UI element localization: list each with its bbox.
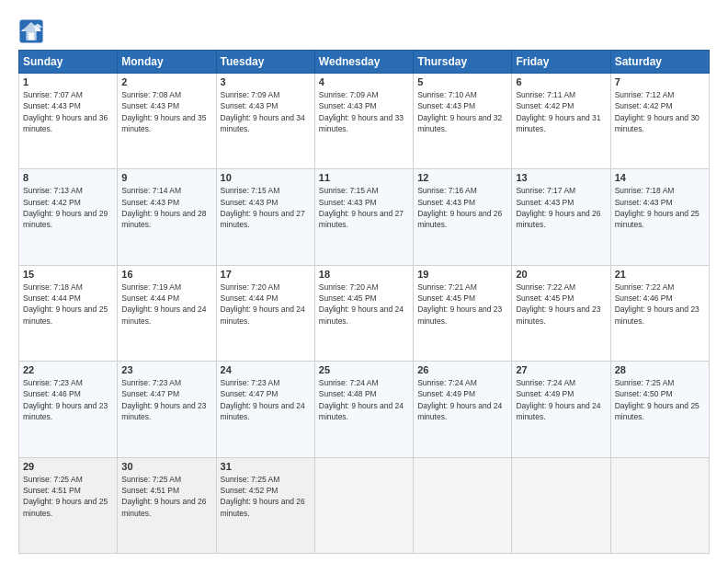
calendar-cell bbox=[610, 457, 709, 553]
day-number: 31 bbox=[221, 461, 311, 472]
day-number: 6 bbox=[516, 76, 606, 87]
day-number: 7 bbox=[615, 76, 705, 87]
day-info: Sunrise: 7:15 AM Sunset: 4:43 PM Dayligh… bbox=[319, 185, 409, 230]
calendar-cell bbox=[314, 457, 413, 553]
day-header-monday: Monday bbox=[118, 51, 216, 74]
day-number: 9 bbox=[121, 172, 211, 183]
calendar-table: SundayMondayTuesdayWednesdayThursdayFrid… bbox=[18, 50, 710, 554]
day-number: 26 bbox=[417, 364, 507, 375]
day-info: Sunrise: 7:20 AM Sunset: 4:45 PM Dayligh… bbox=[319, 282, 409, 327]
calendar-cell: 9 Sunrise: 7:14 AM Sunset: 4:43 PM Dayli… bbox=[118, 169, 216, 265]
calendar-cell: 25 Sunrise: 7:24 AM Sunset: 4:48 PM Dayl… bbox=[314, 362, 413, 457]
calendar-week-row: 22 Sunrise: 7:23 AM Sunset: 4:46 PM Dayl… bbox=[19, 362, 710, 457]
day-number: 27 bbox=[516, 364, 606, 375]
day-number: 4 bbox=[319, 76, 409, 87]
day-info: Sunrise: 7:23 AM Sunset: 4:46 PM Dayligh… bbox=[23, 377, 113, 422]
day-info: Sunrise: 7:09 AM Sunset: 4:43 PM Dayligh… bbox=[221, 89, 311, 134]
calendar-cell: 17 Sunrise: 7:20 AM Sunset: 4:44 PM Dayl… bbox=[216, 265, 314, 361]
day-number: 5 bbox=[417, 76, 507, 87]
day-number: 25 bbox=[319, 364, 409, 375]
day-header-sunday: Sunday bbox=[19, 51, 118, 74]
day-info: Sunrise: 7:10 AM Sunset: 4:43 PM Dayligh… bbox=[417, 89, 507, 134]
day-info: Sunrise: 7:22 AM Sunset: 4:45 PM Dayligh… bbox=[516, 282, 606, 327]
day-number: 16 bbox=[121, 269, 211, 280]
calendar-cell: 27 Sunrise: 7:24 AM Sunset: 4:49 PM Dayl… bbox=[512, 362, 610, 457]
day-info: Sunrise: 7:25 AM Sunset: 4:52 PM Dayligh… bbox=[221, 474, 311, 519]
day-number: 19 bbox=[417, 269, 507, 280]
calendar-cell: 12 Sunrise: 7:16 AM Sunset: 4:43 PM Dayl… bbox=[414, 169, 512, 265]
day-info: Sunrise: 7:14 AM Sunset: 4:43 PM Dayligh… bbox=[121, 185, 211, 230]
day-header-friday: Friday bbox=[512, 51, 610, 74]
day-number: 10 bbox=[221, 172, 311, 183]
day-info: Sunrise: 7:23 AM Sunset: 4:47 PM Dayligh… bbox=[121, 377, 211, 422]
calendar-cell: 6 Sunrise: 7:11 AM Sunset: 4:42 PM Dayli… bbox=[512, 74, 610, 169]
calendar-cell: 24 Sunrise: 7:23 AM Sunset: 4:47 PM Dayl… bbox=[216, 362, 314, 457]
header bbox=[18, 15, 710, 44]
calendar-cell: 31 Sunrise: 7:25 AM Sunset: 4:52 PM Dayl… bbox=[216, 457, 314, 553]
calendar-cell: 7 Sunrise: 7:12 AM Sunset: 4:42 PM Dayli… bbox=[610, 74, 709, 169]
day-header-tuesday: Tuesday bbox=[216, 51, 314, 74]
day-number: 29 bbox=[23, 461, 113, 472]
day-info: Sunrise: 7:16 AM Sunset: 4:43 PM Dayligh… bbox=[417, 185, 507, 230]
day-info: Sunrise: 7:24 AM Sunset: 4:48 PM Dayligh… bbox=[319, 377, 409, 422]
day-info: Sunrise: 7:21 AM Sunset: 4:45 PM Dayligh… bbox=[417, 282, 507, 327]
calendar-cell: 29 Sunrise: 7:25 AM Sunset: 4:51 PM Dayl… bbox=[19, 457, 118, 553]
day-number: 15 bbox=[23, 269, 113, 280]
day-info: Sunrise: 7:17 AM Sunset: 4:43 PM Dayligh… bbox=[516, 185, 606, 230]
day-number: 28 bbox=[615, 364, 705, 375]
calendar-week-row: 29 Sunrise: 7:25 AM Sunset: 4:51 PM Dayl… bbox=[19, 457, 710, 553]
day-info: Sunrise: 7:07 AM Sunset: 4:43 PM Dayligh… bbox=[23, 89, 113, 134]
day-info: Sunrise: 7:24 AM Sunset: 4:49 PM Dayligh… bbox=[516, 377, 606, 422]
calendar-cell: 3 Sunrise: 7:09 AM Sunset: 4:43 PM Dayli… bbox=[216, 74, 314, 169]
calendar-cell: 14 Sunrise: 7:18 AM Sunset: 4:43 PM Dayl… bbox=[610, 169, 709, 265]
day-number: 2 bbox=[121, 76, 211, 87]
day-header-saturday: Saturday bbox=[610, 51, 709, 74]
day-number: 11 bbox=[319, 172, 409, 183]
calendar-cell: 10 Sunrise: 7:15 AM Sunset: 4:43 PM Dayl… bbox=[216, 169, 314, 265]
calendar-cell: 1 Sunrise: 7:07 AM Sunset: 4:43 PM Dayli… bbox=[19, 74, 118, 169]
day-info: Sunrise: 7:12 AM Sunset: 4:42 PM Dayligh… bbox=[615, 89, 705, 134]
day-info: Sunrise: 7:25 AM Sunset: 4:50 PM Dayligh… bbox=[615, 377, 705, 422]
calendar-week-row: 1 Sunrise: 7:07 AM Sunset: 4:43 PM Dayli… bbox=[19, 74, 710, 169]
calendar-cell: 4 Sunrise: 7:09 AM Sunset: 4:43 PM Dayli… bbox=[314, 74, 413, 169]
calendar-cell: 13 Sunrise: 7:17 AM Sunset: 4:43 PM Dayl… bbox=[512, 169, 610, 265]
day-number: 17 bbox=[221, 269, 311, 280]
calendar-cell: 8 Sunrise: 7:13 AM Sunset: 4:42 PM Dayli… bbox=[19, 169, 118, 265]
day-number: 8 bbox=[23, 172, 113, 183]
calendar-cell: 15 Sunrise: 7:18 AM Sunset: 4:44 PM Dayl… bbox=[19, 265, 118, 361]
day-number: 3 bbox=[221, 76, 311, 87]
day-number: 23 bbox=[121, 364, 211, 375]
calendar-cell: 18 Sunrise: 7:20 AM Sunset: 4:45 PM Dayl… bbox=[314, 265, 413, 361]
day-number: 18 bbox=[319, 269, 409, 280]
calendar-cell: 11 Sunrise: 7:15 AM Sunset: 4:43 PM Dayl… bbox=[314, 169, 413, 265]
day-number: 20 bbox=[516, 269, 606, 280]
day-info: Sunrise: 7:11 AM Sunset: 4:42 PM Dayligh… bbox=[516, 89, 606, 134]
day-number: 30 bbox=[121, 461, 211, 472]
calendar-cell: 5 Sunrise: 7:10 AM Sunset: 4:43 PM Dayli… bbox=[414, 74, 512, 169]
day-header-wednesday: Wednesday bbox=[314, 51, 413, 74]
calendar-cell: 19 Sunrise: 7:21 AM Sunset: 4:45 PM Dayl… bbox=[414, 265, 512, 361]
calendar-header-row: SundayMondayTuesdayWednesdayThursdayFrid… bbox=[19, 51, 710, 74]
calendar-cell: 20 Sunrise: 7:22 AM Sunset: 4:45 PM Dayl… bbox=[512, 265, 610, 361]
calendar-cell: 26 Sunrise: 7:24 AM Sunset: 4:49 PM Dayl… bbox=[414, 362, 512, 457]
calendar-week-row: 8 Sunrise: 7:13 AM Sunset: 4:42 PM Dayli… bbox=[19, 169, 710, 265]
page: SundayMondayTuesdayWednesdayThursdayFrid… bbox=[0, 0, 728, 563]
calendar-cell: 16 Sunrise: 7:19 AM Sunset: 4:44 PM Dayl… bbox=[118, 265, 216, 361]
logo bbox=[18, 18, 48, 44]
day-info: Sunrise: 7:22 AM Sunset: 4:46 PM Dayligh… bbox=[615, 282, 705, 327]
day-info: Sunrise: 7:18 AM Sunset: 4:44 PM Dayligh… bbox=[23, 282, 113, 327]
day-number: 13 bbox=[516, 172, 606, 183]
calendar-week-row: 15 Sunrise: 7:18 AM Sunset: 4:44 PM Dayl… bbox=[19, 265, 710, 361]
calendar-cell: 22 Sunrise: 7:23 AM Sunset: 4:46 PM Dayl… bbox=[19, 362, 118, 457]
day-info: Sunrise: 7:15 AM Sunset: 4:43 PM Dayligh… bbox=[221, 185, 311, 230]
day-number: 22 bbox=[23, 364, 113, 375]
day-info: Sunrise: 7:25 AM Sunset: 4:51 PM Dayligh… bbox=[121, 474, 211, 519]
calendar-cell: 21 Sunrise: 7:22 AM Sunset: 4:46 PM Dayl… bbox=[610, 265, 709, 361]
calendar-cell bbox=[512, 457, 610, 553]
logo-icon bbox=[18, 18, 44, 44]
calendar-cell: 23 Sunrise: 7:23 AM Sunset: 4:47 PM Dayl… bbox=[118, 362, 216, 457]
day-info: Sunrise: 7:08 AM Sunset: 4:43 PM Dayligh… bbox=[121, 89, 211, 134]
day-number: 12 bbox=[417, 172, 507, 183]
day-number: 14 bbox=[615, 172, 705, 183]
day-header-thursday: Thursday bbox=[414, 51, 512, 74]
